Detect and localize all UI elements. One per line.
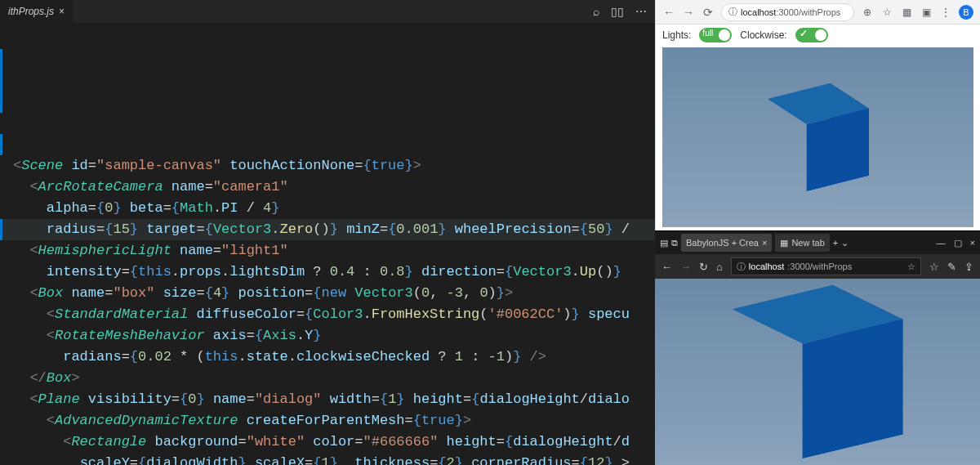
chrome-window: ← → ⟳ ⓘ localhost:3000/withProps ⊕ ☆ ▦ ▣… [655, 0, 980, 230]
maximize-icon[interactable]: ▢ [954, 238, 962, 248]
chrome-toolbar: ← → ⟳ ⓘ localhost:3000/withProps ⊕ ☆ ▦ ▣… [656, 0, 980, 25]
right-pane: ← → ⟳ ⓘ localhost:3000/withProps ⊕ ☆ ▦ ▣… [655, 0, 980, 465]
clockwise-toggle[interactable] [795, 28, 828, 42]
fav-icon[interactable]: ☆ [929, 261, 939, 273]
forward-icon[interactable]: → [682, 6, 695, 19]
cube [768, 302, 868, 441]
code-line: <Scene id="sample-canvas" touchActionNon… [13, 155, 655, 177]
avatar[interactable]: B [959, 5, 973, 20]
editor-pane: ithProps.js × ⌕ ▯▯ ⋯ <Scene id="sample-c… [0, 0, 655, 465]
sidebar-icon[interactable]: ▤ [660, 238, 668, 248]
new-tab-icon[interactable]: + [833, 238, 838, 248]
more-icon[interactable]: ⋯ [635, 5, 647, 18]
forward-icon[interactable]: → [680, 261, 691, 273]
address-bar[interactable]: ⓘ localhost:3000/withProps [721, 3, 854, 21]
code-line: <ArcRotateCamera name="camera1" [13, 177, 655, 198]
lights-toggle[interactable]: full [699, 28, 732, 42]
edge-window: ▤ ⧉ BabylonJS + Crea × ▦ New tab + ⌄ — ▢… [655, 230, 980, 465]
notes-icon[interactable]: ✎ [947, 261, 956, 273]
code-line: </Box> [13, 368, 655, 389]
tab-label: ithProps.js [8, 6, 54, 17]
star-icon[interactable]: ☆ [907, 262, 915, 272]
url-host: localhost [749, 262, 784, 271]
code-line: <Box name="box" size={4} position={new V… [13, 283, 655, 304]
window-controls: — ▢ × [937, 238, 975, 248]
edge-tab-label: BabylonJS + Crea [686, 238, 759, 248]
split-icon[interactable]: ▯▯ [611, 5, 624, 18]
edge-tab-label: New tab [791, 238, 824, 248]
lights-label: Lights: [662, 29, 691, 41]
back-icon[interactable]: ← [662, 6, 675, 19]
tab-actions: ⌕ ▯▯ ⋯ [593, 5, 655, 18]
menu-icon[interactable]: ⋮ [939, 7, 952, 18]
code-line: radius={15} target={Vector3.Zero()} minZ… [13, 219, 655, 240]
edge-tab-2[interactable]: ▦ New tab [775, 234, 829, 252]
controls: Lights: full Clockwise: [662, 28, 973, 42]
clockwise-label: Clockwise: [740, 29, 786, 41]
info-icon: ⓘ [737, 261, 746, 273]
code-line: <RotateMeshBehavior axis={Axis.Y} [13, 325, 655, 347]
tabs-icon[interactable]: ⧉ [671, 238, 678, 248]
tab-bar: ithProps.js × ⌕ ▯▯ ⋯ [0, 0, 655, 23]
find-icon[interactable]: ⌕ [593, 5, 599, 18]
code-line: <Plane visibility={0} name="dialog" widt… [13, 389, 655, 410]
chevron-down-icon[interactable]: ⌄ [841, 238, 849, 248]
code-line: radians={0.02 * (this.state.clockwiseChe… [13, 347, 655, 368]
edge-canvas[interactable] [655, 279, 980, 465]
cube [786, 96, 849, 179]
star-icon[interactable]: ☆ [880, 7, 893, 18]
edge-address-bar[interactable]: ⓘ localhost:3000/withProps ☆ [731, 257, 921, 275]
minimize-icon[interactable]: — [937, 238, 946, 248]
ext2-icon[interactable]: ▣ [920, 7, 933, 18]
share-icon[interactable]: ⇪ [964, 261, 973, 273]
close-icon[interactable]: × [59, 6, 65, 17]
code-line: scaleY={dialogWidth} scaleX={1} thicknes… [13, 453, 655, 465]
edge-toolbar: ← → ↻ ⌂ ⓘ localhost:3000/withProps ☆ ☆ ✎… [655, 254, 980, 279]
url-path: :3000/withProps [776, 7, 840, 17]
code-line: <Rectangle background="white" color="#66… [13, 431, 655, 453]
reload-icon[interactable]: ⟳ [702, 6, 715, 19]
code-line: <StandardMaterial diffuseColor={Color3.F… [13, 304, 655, 325]
back-icon[interactable]: ← [662, 261, 672, 273]
edge-tabs: ▤ ⧉ BabylonJS + Crea × ▦ New tab + ⌄ — ▢… [655, 231, 980, 254]
url-host: localhost [741, 7, 776, 17]
reload-icon[interactable]: ↻ [699, 261, 708, 273]
code-line: <AdvancedDynamicTexture createForParentM… [13, 410, 655, 431]
url-path: :3000/withProps [787, 262, 852, 271]
home-icon[interactable]: ⌂ [716, 261, 723, 273]
tab-icon: ▦ [780, 238, 788, 248]
zoom-icon[interactable]: ⊕ [861, 7, 874, 18]
edge-tab-1[interactable]: BabylonJS + Crea × [681, 234, 772, 252]
code-area[interactable]: <Scene id="sample-canvas" touchActionNon… [0, 23, 655, 465]
info-icon: ⓘ [728, 6, 737, 18]
file-tab[interactable]: ithProps.js × [0, 0, 73, 23]
close-icon[interactable]: × [762, 238, 767, 248]
canvas-3d[interactable] [662, 47, 973, 227]
code-line: <HemisphericLight name="light1" [13, 240, 655, 262]
ext1-icon[interactable]: ▦ [900, 7, 913, 18]
code-line: alpha={0} beta={Math.PI / 4} [13, 198, 655, 219]
chrome-page: Lights: full Clockwise: [656, 25, 980, 230]
close-icon[interactable]: × [970, 238, 975, 248]
code-line: intensity={this.props.lightsDim ? 0.4 : … [13, 262, 655, 283]
